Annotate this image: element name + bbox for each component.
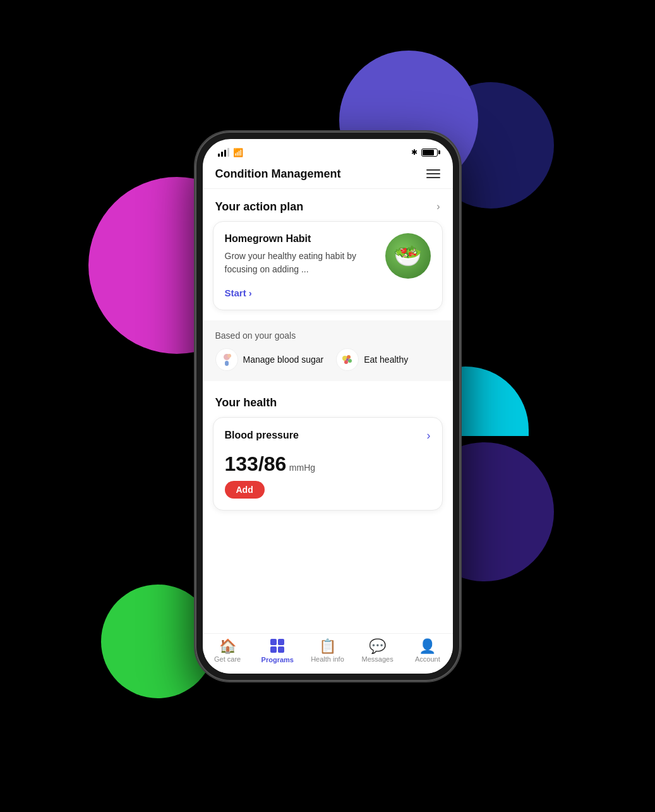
get-care-icon: 🏠	[219, 639, 236, 653]
nav-programs[interactable]: Programs	[260, 639, 295, 664]
menu-button[interactable]	[426, 169, 440, 178]
signal-bars-icon	[218, 148, 229, 157]
goals-label: Based on your goals	[215, 330, 440, 341]
status-left: 📶	[218, 148, 243, 157]
grid-cell-1	[270, 639, 277, 645]
eat-healthy-icon	[336, 348, 359, 371]
card-description: Grow your healthy eating habit by focusi…	[225, 250, 378, 276]
menu-line-3	[426, 177, 440, 178]
add-button[interactable]: Add	[225, 481, 265, 499]
programs-label: Programs	[261, 656, 294, 664]
menu-line-1	[426, 169, 440, 171]
health-section: Your health Blood pressure › 133/86 mmHg…	[203, 386, 453, 511]
start-link[interactable]: Start ›	[225, 288, 431, 298]
action-plan-section-header[interactable]: Your action plan ›	[203, 189, 453, 221]
action-plan-title: Your action plan	[215, 200, 304, 214]
phone-shell: 📶 ✱ Condition Management Your action pl	[195, 131, 460, 681]
goals-row: Manage blood sugar Eat he	[215, 348, 440, 371]
blood-sugar-icon	[215, 348, 238, 371]
status-right: ✱	[411, 148, 438, 157]
bluetooth-icon: ✱	[411, 148, 418, 157]
eat-healthy-text: Eat healthy	[364, 354, 408, 365]
phone-screen: 📶 ✱ Condition Management Your action pl	[203, 139, 453, 674]
blood-pressure-chevron-icon[interactable]: ›	[427, 429, 431, 442]
signal-bar-3	[224, 150, 226, 157]
nav-account[interactable]: 👤 Account	[410, 639, 445, 663]
health-section-title: Your health	[215, 396, 277, 409]
blood-pressure-card-header[interactable]: Blood pressure ›	[225, 429, 431, 442]
app-title: Condition Management	[215, 167, 341, 181]
nav-messages[interactable]: 💬 Messages	[360, 639, 395, 663]
bp-value: 133/86	[225, 452, 287, 475]
health-info-icon: 📋	[319, 639, 336, 653]
blood-pressure-title: Blood pressure	[225, 430, 299, 441]
grid-cell-3	[270, 646, 277, 653]
card-text: Homegrown Habit Grow your healthy eating…	[225, 233, 385, 276]
svg-rect-1	[225, 361, 229, 366]
card-image	[385, 233, 431, 279]
signal-bar-2	[221, 152, 223, 157]
messages-label: Messages	[362, 655, 394, 663]
menu-line-2	[426, 173, 440, 174]
bp-unit: mmHg	[289, 463, 315, 473]
svg-point-7	[346, 358, 349, 361]
battery-icon	[421, 148, 438, 157]
account-icon: 👤	[419, 639, 436, 653]
goal-eat-healthy[interactable]: Eat healthy	[336, 348, 408, 371]
goals-section: Based on your goals Manage blood sugar	[203, 320, 453, 381]
nav-get-care[interactable]: 🏠 Get care	[210, 639, 245, 663]
health-header: Your health	[203, 386, 453, 417]
app-header: Condition Management	[203, 162, 453, 189]
scroll-content: Your action plan › Homegrown Habit Grow …	[203, 189, 453, 633]
blood-sugar-text: Manage blood sugar	[243, 354, 324, 365]
blood-pressure-card: Blood pressure › 133/86 mmHg Add	[213, 417, 443, 511]
start-label: Start	[225, 288, 246, 298]
get-care-label: Get care	[214, 655, 241, 663]
wifi-icon: 📶	[233, 148, 243, 157]
account-label: Account	[415, 655, 440, 663]
grid-cell-4	[278, 646, 284, 653]
card-title: Homegrown Habit	[225, 233, 378, 245]
signal-bar-4	[227, 148, 229, 157]
messages-icon: 💬	[369, 639, 386, 653]
health-info-label: Health info	[311, 655, 344, 663]
start-chevron-icon: ›	[249, 288, 252, 298]
status-bar: 📶 ✱	[203, 139, 453, 162]
card-inner: Homegrown Habit Grow your healthy eating…	[225, 233, 431, 279]
programs-icon	[270, 639, 284, 653]
bottom-nav: 🏠 Get care Programs 📋 Health info 💬 Mess…	[203, 633, 453, 674]
nav-health-info[interactable]: 📋 Health info	[309, 639, 345, 663]
battery-fill	[423, 150, 435, 155]
grid-cell-2	[278, 639, 284, 645]
svg-point-2	[227, 354, 231, 358]
homegrown-habit-card: Homegrown Habit Grow your healthy eating…	[213, 221, 443, 310]
goal-blood-sugar[interactable]: Manage blood sugar	[215, 348, 324, 371]
bp-value-row: 133/86 mmHg	[225, 452, 431, 476]
signal-bar-1	[218, 154, 220, 157]
action-plan-chevron-icon[interactable]: ›	[436, 201, 440, 212]
